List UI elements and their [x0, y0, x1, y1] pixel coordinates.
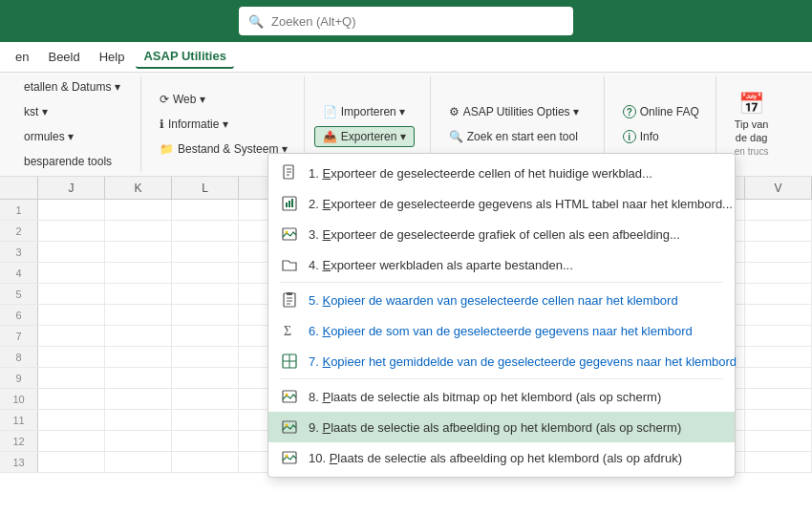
- grid-cell[interactable]: [745, 389, 812, 409]
- web-icon: ⟳: [160, 93, 169, 106]
- grid-cell[interactable]: [745, 410, 812, 430]
- item-text: 10. Plaats de selectie als afbeelding op…: [309, 451, 682, 465]
- ribbon-btn-besparende[interactable]: besparende tools: [15, 151, 120, 172]
- dropdown-item-10[interactable]: 10. Plaats de selectie als afbeelding op…: [268, 442, 735, 473]
- grid-cell[interactable]: [105, 263, 172, 283]
- menu-item-en[interactable]: en: [8, 46, 36, 68]
- grid-cell[interactable]: [38, 200, 105, 220]
- grid-cell[interactable]: [105, 389, 172, 409]
- dropdown-item-5[interactable]: 5. Kopieer de waarden van geselecteerde …: [268, 285, 735, 315]
- grid-cell[interactable]: [105, 242, 172, 262]
- dropdown-item-4[interactable]: 4. Exporteer werkbladen als aparte besta…: [268, 249, 735, 280]
- grid-cell[interactable]: [172, 200, 239, 220]
- grid-cell[interactable]: [745, 452, 812, 472]
- item-text: 9. Plaats de selectie als afbeelding op …: [309, 420, 681, 435]
- svg-rect-19: [283, 391, 296, 402]
- grid-cell[interactable]: [172, 263, 239, 283]
- grid-cell[interactable]: [745, 431, 812, 451]
- dropdown-item-7[interactable]: 7. Kopieer het gemiddelde van de geselec…: [268, 346, 735, 376]
- menu-item-asap[interactable]: ASAP Utilities: [136, 45, 233, 69]
- grid-cell[interactable]: [38, 242, 105, 262]
- dropdown-divider: [280, 282, 723, 283]
- grid-cell[interactable]: [172, 326, 239, 346]
- grid-cell[interactable]: [105, 410, 172, 430]
- grid-cell[interactable]: [745, 368, 812, 388]
- ribbon-btn-etallen[interactable]: etallen & Datums ▾: [15, 76, 129, 97]
- grid-cell[interactable]: [172, 284, 239, 304]
- ribbon-btn-web[interactable]: ⟳ Web ▾: [151, 89, 214, 110]
- ribbon-btn-importeren[interactable]: 📄 Importeren ▾: [314, 101, 414, 122]
- ribbon-btn-tip-dag[interactable]: 📅 Tip vande dag en trucs: [726, 87, 778, 161]
- grid-cell[interactable]: [172, 410, 239, 430]
- grid-cell[interactable]: [745, 221, 812, 241]
- grid-cell[interactable]: [105, 368, 172, 388]
- grid-cell[interactable]: [38, 305, 105, 325]
- ribbon-btn-asap-opties[interactable]: ⚙ ASAP Utilities Opties ▾: [440, 101, 588, 122]
- menu-bar: en Beeld Help ASAP Utilities: [0, 42, 812, 73]
- svg-rect-5: [286, 203, 288, 207]
- question-icon: ?: [623, 105, 636, 118]
- row-num-header: [0, 177, 38, 199]
- grid-cell[interactable]: [38, 431, 105, 451]
- ribbon-btn-exporteren[interactable]: 📤 Exporteren ▾: [314, 126, 415, 147]
- item-icon-2: [280, 194, 299, 213]
- ribbon-btn-info[interactable]: i Info: [614, 126, 668, 147]
- grid-cell[interactable]: [745, 305, 812, 325]
- grid-cell[interactable]: [172, 347, 239, 367]
- grid-cell[interactable]: [172, 242, 239, 262]
- grid-cell[interactable]: [745, 284, 812, 304]
- dropdown-item-1[interactable]: 1. Exporteer de geselecteerde cellen of …: [268, 158, 735, 188]
- item-icon-3: [280, 225, 299, 244]
- grid-cell[interactable]: [38, 221, 105, 241]
- ribbon-btn-zoek-tool[interactable]: 🔍 Zoek en start een tool: [440, 126, 587, 147]
- grid-cell[interactable]: [38, 389, 105, 409]
- svg-rect-10: [284, 293, 295, 307]
- grid-cell[interactable]: [745, 347, 812, 367]
- grid-cell[interactable]: [172, 305, 239, 325]
- grid-cell[interactable]: [172, 431, 239, 451]
- ribbon-btn-informatie[interactable]: ℹ Informatie ▾: [151, 114, 237, 135]
- svg-rect-23: [283, 452, 296, 463]
- dropdown-item-6[interactable]: Σ6. Kopieer de som van de geselecteerde …: [268, 315, 735, 346]
- menu-item-help[interactable]: Help: [92, 46, 133, 68]
- dropdown-item-3[interactable]: 3. Exporteer de geselecteerde grafiek of…: [268, 219, 735, 249]
- grid-cell[interactable]: [745, 242, 812, 262]
- grid-cell[interactable]: [38, 326, 105, 346]
- grid-cell[interactable]: [38, 368, 105, 388]
- grid-cell[interactable]: [38, 263, 105, 283]
- col-header-j: J: [38, 177, 105, 199]
- svg-rect-11: [287, 292, 292, 295]
- dropdown-item-9[interactable]: 9. Plaats de selectie als afbeelding op …: [268, 412, 735, 442]
- item-icon-1: [280, 163, 299, 182]
- grid-cell[interactable]: [105, 200, 172, 220]
- grid-cell[interactable]: [172, 221, 239, 241]
- grid-cell[interactable]: [105, 452, 172, 472]
- dropdown-item-8[interactable]: 8. Plaats de selectie als bitmap op het …: [268, 381, 735, 412]
- grid-cell[interactable]: [172, 368, 239, 388]
- grid-cell[interactable]: [38, 284, 105, 304]
- grid-cell[interactable]: [105, 431, 172, 451]
- grid-cell[interactable]: [105, 326, 172, 346]
- row-num: 10: [0, 389, 38, 409]
- row-num: 8: [0, 347, 38, 367]
- row-num: 7: [0, 326, 38, 346]
- grid-cell[interactable]: [105, 347, 172, 367]
- grid-cell[interactable]: [105, 305, 172, 325]
- grid-cell[interactable]: [38, 410, 105, 430]
- grid-cell[interactable]: [745, 200, 812, 220]
- search-input[interactable]: [271, 14, 564, 29]
- search-box[interactable]: 🔍: [239, 7, 573, 35]
- grid-cell[interactable]: [38, 347, 105, 367]
- ribbon-btn-ormules[interactable]: ormules ▾: [15, 126, 82, 147]
- grid-cell[interactable]: [38, 452, 105, 472]
- grid-cell[interactable]: [745, 263, 812, 283]
- menu-item-beeld[interactable]: Beeld: [40, 46, 87, 68]
- dropdown-item-2[interactable]: 2. Exporteer de geselecteerde gegevens a…: [268, 188, 735, 219]
- grid-cell[interactable]: [172, 389, 239, 409]
- grid-cell[interactable]: [105, 221, 172, 241]
- grid-cell[interactable]: [105, 284, 172, 304]
- ribbon-btn-online-faq[interactable]: ? Online FAQ: [614, 101, 708, 122]
- ribbon-btn-kst[interactable]: kst ▾: [15, 101, 56, 122]
- grid-cell[interactable]: [745, 326, 812, 346]
- grid-cell[interactable]: [172, 452, 239, 472]
